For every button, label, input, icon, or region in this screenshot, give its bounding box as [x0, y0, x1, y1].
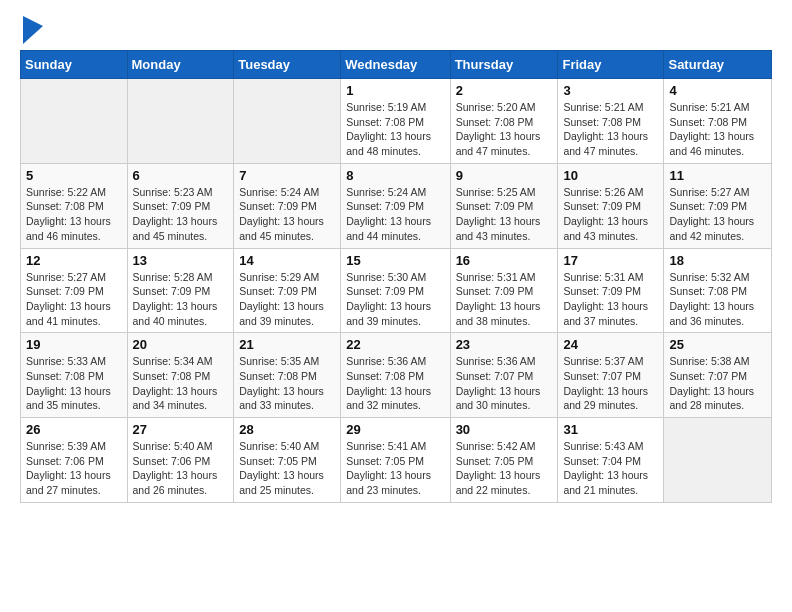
calendar-week-row: 5Sunrise: 5:22 AMSunset: 7:08 PMDaylight…	[21, 163, 772, 248]
day-detail: Sunrise: 5:27 AMSunset: 7:09 PMDaylight:…	[26, 270, 122, 329]
calendar-cell: 17Sunrise: 5:31 AMSunset: 7:09 PMDayligh…	[558, 248, 664, 333]
calendar-cell: 28Sunrise: 5:40 AMSunset: 7:05 PMDayligh…	[234, 418, 341, 503]
day-number: 2	[456, 83, 553, 98]
calendar-cell: 19Sunrise: 5:33 AMSunset: 7:08 PMDayligh…	[21, 333, 128, 418]
day-number: 10	[563, 168, 658, 183]
day-number: 11	[669, 168, 766, 183]
calendar-cell: 27Sunrise: 5:40 AMSunset: 7:06 PMDayligh…	[127, 418, 234, 503]
calendar-cell: 3Sunrise: 5:21 AMSunset: 7:08 PMDaylight…	[558, 79, 664, 164]
day-number: 15	[346, 253, 444, 268]
day-detail: Sunrise: 5:43 AMSunset: 7:04 PMDaylight:…	[563, 439, 658, 498]
logo-icon	[23, 16, 43, 44]
calendar-table: SundayMondayTuesdayWednesdayThursdayFrid…	[20, 50, 772, 503]
day-number: 19	[26, 337, 122, 352]
day-number: 31	[563, 422, 658, 437]
calendar-cell: 14Sunrise: 5:29 AMSunset: 7:09 PMDayligh…	[234, 248, 341, 333]
calendar-week-row: 26Sunrise: 5:39 AMSunset: 7:06 PMDayligh…	[21, 418, 772, 503]
header	[20, 16, 772, 44]
day-detail: Sunrise: 5:29 AMSunset: 7:09 PMDaylight:…	[239, 270, 335, 329]
calendar-cell: 5Sunrise: 5:22 AMSunset: 7:08 PMDaylight…	[21, 163, 128, 248]
calendar-cell: 23Sunrise: 5:36 AMSunset: 7:07 PMDayligh…	[450, 333, 558, 418]
day-number: 14	[239, 253, 335, 268]
calendar-cell: 20Sunrise: 5:34 AMSunset: 7:08 PMDayligh…	[127, 333, 234, 418]
day-number: 7	[239, 168, 335, 183]
day-number: 8	[346, 168, 444, 183]
page-container: SundayMondayTuesdayWednesdayThursdayFrid…	[0, 0, 792, 513]
day-number: 27	[133, 422, 229, 437]
calendar-week-row: 19Sunrise: 5:33 AMSunset: 7:08 PMDayligh…	[21, 333, 772, 418]
calendar-cell: 31Sunrise: 5:43 AMSunset: 7:04 PMDayligh…	[558, 418, 664, 503]
calendar-week-row: 12Sunrise: 5:27 AMSunset: 7:09 PMDayligh…	[21, 248, 772, 333]
calendar-cell: 2Sunrise: 5:20 AMSunset: 7:08 PMDaylight…	[450, 79, 558, 164]
weekday-header: Thursday	[450, 51, 558, 79]
day-detail: Sunrise: 5:21 AMSunset: 7:08 PMDaylight:…	[563, 100, 658, 159]
day-number: 6	[133, 168, 229, 183]
day-detail: Sunrise: 5:33 AMSunset: 7:08 PMDaylight:…	[26, 354, 122, 413]
day-number: 30	[456, 422, 553, 437]
calendar-cell: 25Sunrise: 5:38 AMSunset: 7:07 PMDayligh…	[664, 333, 772, 418]
weekday-header: Wednesday	[341, 51, 450, 79]
calendar-cell: 22Sunrise: 5:36 AMSunset: 7:08 PMDayligh…	[341, 333, 450, 418]
day-number: 26	[26, 422, 122, 437]
day-detail: Sunrise: 5:28 AMSunset: 7:09 PMDaylight:…	[133, 270, 229, 329]
day-detail: Sunrise: 5:39 AMSunset: 7:06 PMDaylight:…	[26, 439, 122, 498]
calendar-cell: 30Sunrise: 5:42 AMSunset: 7:05 PMDayligh…	[450, 418, 558, 503]
weekday-header-row: SundayMondayTuesdayWednesdayThursdayFrid…	[21, 51, 772, 79]
day-number: 20	[133, 337, 229, 352]
calendar-cell: 26Sunrise: 5:39 AMSunset: 7:06 PMDayligh…	[21, 418, 128, 503]
calendar-cell: 12Sunrise: 5:27 AMSunset: 7:09 PMDayligh…	[21, 248, 128, 333]
day-number: 1	[346, 83, 444, 98]
weekday-header: Monday	[127, 51, 234, 79]
day-number: 24	[563, 337, 658, 352]
day-number: 12	[26, 253, 122, 268]
day-detail: Sunrise: 5:22 AMSunset: 7:08 PMDaylight:…	[26, 185, 122, 244]
day-number: 13	[133, 253, 229, 268]
day-detail: Sunrise: 5:19 AMSunset: 7:08 PMDaylight:…	[346, 100, 444, 159]
day-detail: Sunrise: 5:40 AMSunset: 7:06 PMDaylight:…	[133, 439, 229, 498]
day-detail: Sunrise: 5:35 AMSunset: 7:08 PMDaylight:…	[239, 354, 335, 413]
calendar-cell: 18Sunrise: 5:32 AMSunset: 7:08 PMDayligh…	[664, 248, 772, 333]
weekday-header: Tuesday	[234, 51, 341, 79]
day-detail: Sunrise: 5:30 AMSunset: 7:09 PMDaylight:…	[346, 270, 444, 329]
day-number: 22	[346, 337, 444, 352]
calendar-cell: 15Sunrise: 5:30 AMSunset: 7:09 PMDayligh…	[341, 248, 450, 333]
day-detail: Sunrise: 5:23 AMSunset: 7:09 PMDaylight:…	[133, 185, 229, 244]
calendar-cell: 1Sunrise: 5:19 AMSunset: 7:08 PMDaylight…	[341, 79, 450, 164]
weekday-header: Saturday	[664, 51, 772, 79]
calendar-cell: 11Sunrise: 5:27 AMSunset: 7:09 PMDayligh…	[664, 163, 772, 248]
day-detail: Sunrise: 5:40 AMSunset: 7:05 PMDaylight:…	[239, 439, 335, 498]
day-detail: Sunrise: 5:42 AMSunset: 7:05 PMDaylight:…	[456, 439, 553, 498]
day-number: 9	[456, 168, 553, 183]
calendar-cell	[234, 79, 341, 164]
calendar-cell: 21Sunrise: 5:35 AMSunset: 7:08 PMDayligh…	[234, 333, 341, 418]
day-detail: Sunrise: 5:26 AMSunset: 7:09 PMDaylight:…	[563, 185, 658, 244]
day-detail: Sunrise: 5:36 AMSunset: 7:07 PMDaylight:…	[456, 354, 553, 413]
day-detail: Sunrise: 5:32 AMSunset: 7:08 PMDaylight:…	[669, 270, 766, 329]
calendar-cell: 9Sunrise: 5:25 AMSunset: 7:09 PMDaylight…	[450, 163, 558, 248]
day-detail: Sunrise: 5:31 AMSunset: 7:09 PMDaylight:…	[456, 270, 553, 329]
day-detail: Sunrise: 5:37 AMSunset: 7:07 PMDaylight:…	[563, 354, 658, 413]
calendar-cell: 7Sunrise: 5:24 AMSunset: 7:09 PMDaylight…	[234, 163, 341, 248]
day-detail: Sunrise: 5:24 AMSunset: 7:09 PMDaylight:…	[239, 185, 335, 244]
calendar-cell: 6Sunrise: 5:23 AMSunset: 7:09 PMDaylight…	[127, 163, 234, 248]
day-number: 5	[26, 168, 122, 183]
day-number: 16	[456, 253, 553, 268]
calendar-week-row: 1Sunrise: 5:19 AMSunset: 7:08 PMDaylight…	[21, 79, 772, 164]
day-detail: Sunrise: 5:31 AMSunset: 7:09 PMDaylight:…	[563, 270, 658, 329]
svg-marker-0	[23, 16, 43, 44]
day-detail: Sunrise: 5:20 AMSunset: 7:08 PMDaylight:…	[456, 100, 553, 159]
day-number: 21	[239, 337, 335, 352]
weekday-header: Sunday	[21, 51, 128, 79]
calendar-cell	[127, 79, 234, 164]
calendar-cell	[21, 79, 128, 164]
day-number: 3	[563, 83, 658, 98]
calendar-cell: 13Sunrise: 5:28 AMSunset: 7:09 PMDayligh…	[127, 248, 234, 333]
day-detail: Sunrise: 5:34 AMSunset: 7:08 PMDaylight:…	[133, 354, 229, 413]
day-number: 17	[563, 253, 658, 268]
day-number: 4	[669, 83, 766, 98]
day-detail: Sunrise: 5:41 AMSunset: 7:05 PMDaylight:…	[346, 439, 444, 498]
day-detail: Sunrise: 5:36 AMSunset: 7:08 PMDaylight:…	[346, 354, 444, 413]
day-detail: Sunrise: 5:25 AMSunset: 7:09 PMDaylight:…	[456, 185, 553, 244]
weekday-header: Friday	[558, 51, 664, 79]
day-detail: Sunrise: 5:21 AMSunset: 7:08 PMDaylight:…	[669, 100, 766, 159]
